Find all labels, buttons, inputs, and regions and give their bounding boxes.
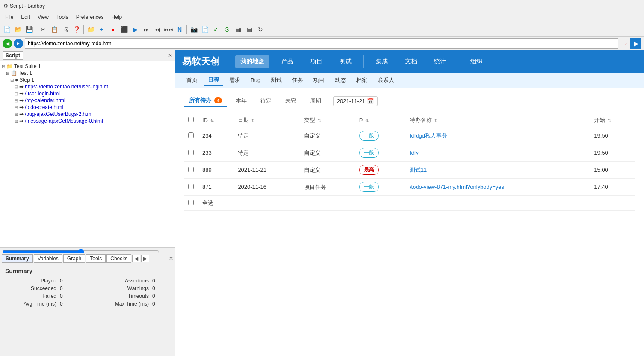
menu-tools[interactable]: Tools [53,13,72,21]
expand-icon: ⊟ [15,119,18,124]
tb-print[interactable]: 🖨 [60,24,71,35]
filter-pending[interactable]: 待定 [255,95,277,106]
sort-type-icon[interactable]: ⇅ [318,118,321,123]
request-link[interactable]: /my-calendar.html [25,97,65,103]
tab-next-btn[interactable]: ▶ [141,255,149,262]
row-checkbox[interactable] [188,184,194,189]
subnav-home[interactable]: 首页 [182,75,202,86]
horizontal-scrollbar[interactable] [0,247,175,253]
topnav-product[interactable]: 产品 [276,55,298,68]
tb-new[interactable]: 📄 [2,24,12,35]
app-title: Script - Badboy [10,3,45,9]
todo-name-link[interactable]: 测试11 [410,167,427,173]
expand-icon[interactable]: ⊟ [2,64,5,69]
tb-grid[interactable]: ▦ [233,24,243,35]
menu-edit[interactable]: Edit [18,13,33,21]
filter-incomplete[interactable]: 未完 [280,95,301,106]
tab-summary[interactable]: Summary [2,254,33,263]
go-button[interactable]: ▶ [630,38,641,49]
tb-fast-forward[interactable]: ⏭ [141,24,151,35]
expand-icon[interactable]: ⊟ [10,78,14,82]
sort-start-icon[interactable]: ⇅ [608,118,611,123]
filter-all-pending[interactable]: 所有待办 4 [184,95,227,107]
subnav-archive[interactable]: 档案 [352,75,372,86]
topnav-project[interactable]: 项目 [305,55,328,68]
topnav-stats[interactable]: 统计 [429,55,451,68]
subnav-project[interactable]: 项目 [309,75,329,86]
tb-copy[interactable]: 📋 [49,24,59,35]
tb-folder[interactable]: 📁 [86,24,96,35]
tb-play[interactable]: ▶ [130,24,140,35]
select-all-checkbox[interactable] [188,117,194,122]
subnav-contacts[interactable]: 联系人 [373,75,399,86]
tab-tools[interactable]: Tools [86,254,106,263]
topnav-org[interactable]: 组织 [465,55,487,68]
todo-name-link[interactable]: /todo-view-871-my.html?onlybody=yes [410,184,504,190]
filter-cycle[interactable]: 周期 [305,95,326,106]
tab-graph[interactable]: Graph [63,254,85,263]
subnav-bug[interactable]: Bug [246,75,265,85]
tb-help[interactable]: ❓ [71,24,82,35]
tb-list[interactable]: ▤ [244,24,254,35]
script-tab[interactable]: Script [3,51,23,60]
subnav-dynamics[interactable]: 动态 [331,75,350,86]
tb-save[interactable]: 💾 [24,24,34,35]
tb-screenshot[interactable]: 📷 [189,24,199,35]
tab-checks[interactable]: Checks [106,254,131,263]
topnav-test[interactable]: 测试 [334,55,357,68]
tab-variables[interactable]: Variables [34,254,62,263]
tb-refresh[interactable]: ↻ [255,24,266,35]
topnav-docs[interactable]: 文档 [400,55,422,68]
nav-forward-btn[interactable]: ▶ [14,39,23,48]
select-all-label: 全选 [198,196,635,211]
node-label[interactable]: Test 1 [18,70,32,76]
tb-dollar[interactable]: $ [222,24,232,35]
sort-id-icon[interactable]: ⇅ [210,118,214,123]
list-item: ⊟ ➡ /user-login.html [2,90,173,97]
todo-name-link[interactable]: fdfdgd私人事务 [410,132,447,139]
request-link[interactable]: /todo-create.html [25,104,63,110]
todo-name-link[interactable]: fdfv [410,150,419,156]
request-link[interactable]: /bug-ajaxGetUserBugs-2.html [25,111,92,117]
menu-view[interactable]: View [34,13,52,21]
topnav-wode[interactable]: 我的地盘 [235,55,269,68]
tb-n-btn[interactable]: N [174,24,185,35]
request-link[interactable]: https://demo.zentao.net/user-login.ht... [25,84,112,90]
tab-prev-btn[interactable]: ◀ [132,255,140,262]
topnav-integration[interactable]: 集成 [371,55,393,68]
url-input[interactable] [25,38,618,49]
summary-close-btn[interactable]: ✕ [169,256,173,262]
node-label[interactable]: Step 1 [19,77,34,83]
request-link[interactable]: /message-ajaxGetMessage-0.html [25,118,103,124]
menu-preferences[interactable]: Preferences [73,13,107,21]
sort-date-icon[interactable]: ⇅ [251,118,255,123]
subnav-requirements[interactable]: 需求 [225,75,245,86]
tb-step[interactable]: ⏮⏭ [163,24,174,35]
sort-priority-icon[interactable]: ⇅ [365,118,369,123]
node-label[interactable]: Test Suite 1 [14,63,41,69]
tb-doc[interactable]: 📄 [200,24,210,35]
tb-cut[interactable]: ✂ [38,24,48,35]
expand-icon[interactable]: ⊟ [6,71,9,76]
menu-help[interactable]: Help [108,13,126,21]
sort-name-icon[interactable]: ⇅ [434,118,438,123]
row-checkbox[interactable] [188,150,194,155]
filter-this-year[interactable]: 本年 [230,95,252,106]
subnav-test[interactable]: 测试 [266,75,286,86]
tb-rewind[interactable]: ⏮ [152,24,162,35]
menu-file[interactable]: File [2,13,17,21]
subnav-task[interactable]: 任务 [288,75,307,86]
date-picker-btn[interactable]: 2021-11-21 📅 [333,96,378,106]
subnav-calendar[interactable]: 日程 [204,74,223,86]
tb-open[interactable]: 📂 [13,24,23,35]
nav-back-btn[interactable]: ◀ [3,39,12,48]
tb-record-red[interactable]: ● [108,24,118,35]
tb-check[interactable]: ✓ [211,24,221,35]
tree-close-btn[interactable]: ✕ [168,53,172,59]
tb-stop[interactable]: ⬛ [119,24,129,35]
request-link[interactable]: /user-login.html [25,91,60,97]
tb-add[interactable]: + [97,24,107,35]
select-all-footer-checkbox[interactable] [188,200,194,205]
row-checkbox[interactable] [188,132,194,138]
row-checkbox[interactable] [188,167,194,172]
